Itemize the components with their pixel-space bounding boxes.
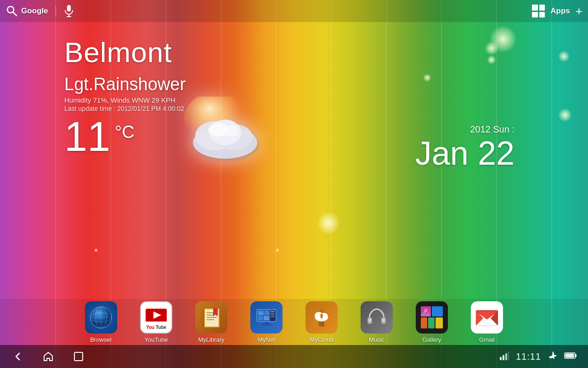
gallery-icon xyxy=(416,301,448,334)
navigation-bar: 11:11 xyxy=(0,345,588,368)
google-label: Google xyxy=(21,6,48,16)
svg-rect-60 xyxy=(368,318,371,322)
svg-rect-85 xyxy=(508,351,509,360)
svg-rect-50 xyxy=(262,324,271,325)
nav-buttons-left xyxy=(11,350,85,363)
search-bar[interactable]: Google xyxy=(6,5,48,17)
svg-rect-47 xyxy=(271,315,275,316)
system-time: 11:11 xyxy=(516,351,541,362)
dock-item-mynet[interactable]: MyNet xyxy=(246,301,287,343)
gallery-label: Gallery xyxy=(422,336,441,343)
gmail-icon xyxy=(471,301,503,334)
music-icon xyxy=(361,301,393,334)
battery-icon xyxy=(564,352,577,361)
music-label: Music xyxy=(369,336,384,343)
svg-text:You: You xyxy=(146,325,154,330)
apps-grid-icon xyxy=(532,5,545,17)
recents-icon xyxy=(74,351,84,362)
back-button[interactable] xyxy=(11,350,25,363)
dock-item-gmail[interactable]: Gmail xyxy=(466,301,508,343)
svg-rect-49 xyxy=(265,322,268,324)
home-button[interactable] xyxy=(41,350,55,363)
grid-sq xyxy=(539,12,545,18)
last-update-time: Last update time : 2012/01/21 PM 4:00:02 xyxy=(64,105,186,112)
svg-rect-2 xyxy=(67,5,71,12)
dock-item-browser[interactable]: Browser xyxy=(80,301,122,343)
svg-rect-64 xyxy=(432,306,443,316)
svg-text:Tube: Tube xyxy=(156,325,167,330)
svg-rect-66 xyxy=(428,317,435,328)
day-of-week: Sun xyxy=(493,124,509,134)
mic-icon xyxy=(64,5,74,17)
mic-button[interactable] xyxy=(63,6,74,17)
svg-rect-65 xyxy=(421,317,427,328)
grid-sq xyxy=(532,5,538,11)
top-bar: Google Apps + xyxy=(0,0,588,22)
svg-rect-43 xyxy=(258,316,263,320)
search-area[interactable]: Google xyxy=(6,5,74,17)
home-icon xyxy=(43,351,54,362)
youtube-icon: You Tube xyxy=(140,301,172,334)
month-day: Jan 22 xyxy=(415,137,514,170)
search-icon xyxy=(6,5,18,17)
dock-item-mycloud[interactable]: MyCloud xyxy=(301,301,342,343)
svg-rect-46 xyxy=(271,313,275,314)
gmail-label: Gmail xyxy=(479,336,495,343)
svg-rect-84 xyxy=(505,353,507,360)
apps-area[interactable]: Apps + xyxy=(532,5,582,17)
svg-rect-45 xyxy=(271,311,275,312)
browser-icon xyxy=(85,301,117,334)
mycloud-label: MyCloud xyxy=(310,336,333,343)
dock-item-music[interactable]: Music xyxy=(356,301,397,343)
temperature-row: 11 °C xyxy=(64,116,186,157)
svg-rect-42 xyxy=(265,311,269,315)
airplane-mode-icon xyxy=(548,351,558,362)
dock: Browser You Tube YouTube xyxy=(0,299,588,345)
back-icon xyxy=(12,351,23,362)
city-name: Belmont xyxy=(64,37,186,68)
svg-rect-44 xyxy=(264,316,269,320)
year-label: 2012 xyxy=(470,124,491,134)
svg-rect-48 xyxy=(271,316,275,317)
weather-condition: Lgt.Rainshower xyxy=(64,75,186,94)
nav-settings-icon xyxy=(499,351,509,362)
temperature-value: 11 xyxy=(64,116,110,157)
temperature-unit: °C xyxy=(115,122,135,142)
svg-rect-88 xyxy=(565,354,574,358)
svg-rect-87 xyxy=(575,354,577,357)
mynet-icon xyxy=(250,301,283,334)
mylibrary-label: MyLibrary xyxy=(198,336,224,343)
mynet-label: MyNet xyxy=(258,336,275,343)
add-widget-button[interactable]: + xyxy=(576,5,582,17)
svg-rect-82 xyxy=(500,357,502,360)
dock-item-mylibrary[interactable]: MyLibrary xyxy=(191,301,232,343)
weather-details: Humidity 71%, Winds WNW 29 KPH xyxy=(64,96,186,104)
grid-sq xyxy=(532,12,538,18)
svg-rect-41 xyxy=(258,311,264,315)
svg-rect-61 xyxy=(382,318,385,322)
browser-label: Browser xyxy=(90,336,112,343)
grid-sq xyxy=(539,5,545,11)
svg-rect-67 xyxy=(435,317,443,328)
mycloud-icon xyxy=(305,301,338,334)
youtube-label: YouTube xyxy=(144,336,168,343)
mylibrary-icon xyxy=(195,301,227,334)
apps-label[interactable]: Apps xyxy=(550,6,570,16)
nav-status-right: 11:11 xyxy=(499,351,577,362)
day-separator: : xyxy=(512,124,514,134)
weather-widget: Belmont Lgt.Rainshower Humidity 71%, Win… xyxy=(64,37,186,157)
svg-line-1 xyxy=(13,12,17,16)
search-divider xyxy=(56,6,56,17)
date-widget: 2012 Sun : Jan 22 xyxy=(415,124,514,170)
dock-item-gallery[interactable]: Gallery xyxy=(411,301,452,343)
dock-item-youtube[interactable]: You Tube YouTube xyxy=(136,301,177,343)
recents-button[interactable] xyxy=(72,350,85,363)
svg-rect-83 xyxy=(503,355,504,360)
svg-rect-81 xyxy=(74,352,83,361)
year-day-row: 2012 Sun : xyxy=(415,124,514,135)
